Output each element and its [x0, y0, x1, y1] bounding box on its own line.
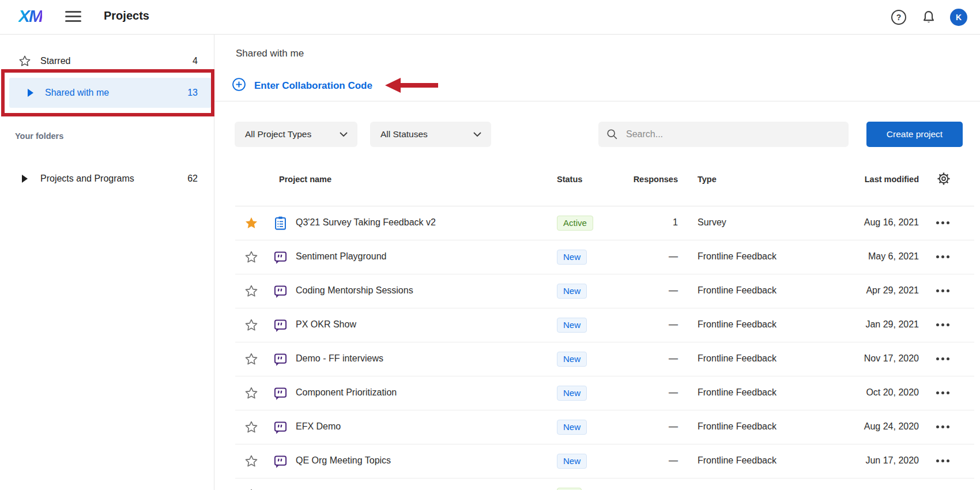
sidebar-item-count: 13 [187, 88, 198, 98]
table-row[interactable]: Q3'21 Survey Taking Feedback v2Active1Su… [214, 206, 980, 240]
enter-collaboration-code-link[interactable]: Enter Collaboration Code [232, 77, 372, 94]
column-header-last-modified[interactable]: Last modified [865, 175, 919, 184]
status-badge: New [557, 386, 587, 401]
sidebar-item-shared-with-me[interactable]: Shared with me 13 [9, 78, 211, 108]
status-badge: New [557, 352, 587, 367]
project-name-link[interactable]: QE Org Meeting Topics [296, 455, 391, 466]
project-name-link[interactable]: Component Prioritization [296, 387, 397, 398]
star-outline-icon[interactable] [244, 318, 258, 332]
table-row[interactable]: Component PrioritizationNew—Frontline Fe… [214, 376, 980, 410]
chevron-down-icon [339, 131, 348, 137]
project-type: Frontline Feedback [698, 251, 777, 262]
project-type: Frontline Feedback [698, 421, 777, 432]
table-row[interactable]: QE Org Meeting TopicsNew—Frontline Feedb… [214, 444, 980, 478]
project-name-link[interactable]: PX OKR Show [296, 319, 356, 330]
row-actions-button[interactable] [936, 289, 949, 292]
sidebar-item-label: Shared with me [45, 88, 109, 98]
responses-value: 1 [673, 217, 678, 228]
sidebar-item-label: Starred [40, 56, 70, 66]
row-actions-button[interactable] [936, 425, 949, 428]
star-outline-icon[interactable] [244, 250, 258, 264]
avatar[interactable]: K [950, 9, 967, 26]
project-name-link[interactable]: Sentiment Playground [296, 251, 386, 262]
table-row[interactable]: Demo - FF interviewsNew—Frontline Feedba… [214, 342, 980, 376]
caret-right-icon[interactable] [24, 86, 37, 99]
responses-value: — [669, 387, 678, 398]
status-badge: Active [557, 216, 593, 231]
sidebar-item-projects-and-programs[interactable]: Projects and Programs 62 [0, 166, 214, 191]
project-types-dropdown[interactable]: All Project Types [235, 122, 357, 147]
frontline-feedback-icon [273, 420, 288, 435]
frontline-feedback-icon [273, 352, 288, 367]
row-actions-button[interactable] [936, 255, 949, 258]
chevron-down-icon [473, 131, 482, 137]
page-title: Projects [104, 9, 149, 22]
row-actions-button[interactable] [936, 391, 949, 394]
responses-value: — [669, 251, 678, 262]
project-type: Frontline Feedback [698, 455, 777, 466]
section-heading: Shared with me [236, 48, 304, 59]
status-badge: New [557, 454, 587, 469]
row-actions-button[interactable] [936, 221, 949, 224]
search-icon [606, 128, 619, 141]
column-header-responses[interactable]: Responses [634, 175, 678, 184]
table-header: Project name Status Responses Type Last … [214, 173, 980, 188]
svg-text:?: ? [896, 13, 902, 22]
last-modified-date: Aug 16, 2021 [864, 217, 919, 228]
caret-right-icon[interactable] [18, 172, 31, 185]
table-body: Q3'21 Survey Taking Feedback v2Active1Su… [214, 206, 980, 490]
status-badge: New [557, 284, 587, 299]
your-folders-label: Your folders [15, 131, 63, 141]
divider [214, 101, 980, 101]
star-outline-icon[interactable] [244, 352, 258, 366]
project-types-dropdown-value: All Project Types [245, 129, 311, 140]
project-name-link[interactable]: Coding Mentorship Sessions [296, 285, 413, 296]
annotation-red-box: Shared with me 13 [1, 69, 214, 116]
sidebar: Starred 4 Shared with me 13 Your folders… [0, 35, 214, 490]
statuses-dropdown-value: All Statuses [380, 129, 428, 140]
help-icon[interactable]: ? [890, 9, 907, 26]
responses-value: — [669, 353, 678, 364]
last-modified-date: May 6, 2021 [868, 251, 919, 262]
table-row[interactable]: Coding Mentorship SessionsNew—Frontline … [214, 274, 980, 308]
table-row[interactable]: Sentiment PlaygroundNew—Frontline Feedba… [214, 240, 980, 274]
star-outline-icon[interactable] [244, 386, 258, 400]
star-filled-icon[interactable] [244, 216, 258, 230]
star-outline-icon[interactable] [244, 420, 258, 434]
frontline-feedback-icon [273, 318, 288, 333]
project-name-link[interactable]: Q3'21 Survey Taking Feedback v2 [296, 217, 436, 228]
survey-project-icon [273, 216, 288, 231]
star-outline-icon[interactable] [244, 454, 258, 468]
star-outline-icon[interactable] [244, 284, 258, 298]
statuses-dropdown[interactable]: All Statuses [370, 122, 491, 147]
table-row[interactable]: PX OKR ShowNew—Frontline FeedbackJan 29,… [214, 308, 980, 342]
column-header-type[interactable]: Type [698, 175, 717, 184]
column-header-project-name[interactable]: Project name [279, 175, 331, 184]
column-header-status[interactable]: Status [557, 175, 582, 184]
status-badge: New [557, 250, 587, 265]
row-actions-button[interactable] [936, 459, 949, 462]
status-badge: New [557, 318, 587, 333]
last-modified-date: Apr 29, 2021 [866, 285, 919, 296]
last-modified-date: Oct 20, 2020 [866, 387, 919, 398]
project-name-link[interactable]: EFX Demo [296, 421, 341, 432]
project-type: Survey [698, 217, 726, 228]
row-actions-button[interactable] [936, 357, 949, 360]
project-name-link[interactable]: Demo - FF interviews [296, 353, 383, 364]
frontline-feedback-icon [273, 284, 288, 299]
xm-logo[interactable]: XM [18, 6, 42, 26]
last-modified-date: Aug 24, 2020 [864, 421, 919, 432]
search-input[interactable] [626, 122, 842, 147]
table-row[interactable]: EFX DemoNew—Frontline FeedbackAug 24, 20… [214, 410, 980, 444]
responses-value: — [669, 285, 678, 296]
row-actions-button[interactable] [936, 323, 949, 326]
frontline-feedback-icon [273, 386, 288, 401]
annotation-red-arrow-icon [385, 77, 438, 96]
table-row-partial[interactable] [214, 478, 980, 490]
table-settings-gear-icon[interactable] [937, 172, 951, 187]
menu-icon[interactable] [65, 11, 81, 24]
status-badge: New [557, 420, 587, 435]
create-project-button[interactable]: Create project [866, 122, 963, 147]
bell-icon[interactable] [920, 9, 937, 26]
last-modified-date: Jun 17, 2020 [865, 455, 919, 466]
